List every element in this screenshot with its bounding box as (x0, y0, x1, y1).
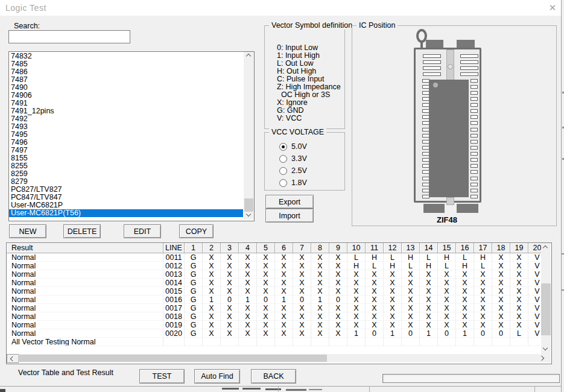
vector-cell: 0 (366, 329, 384, 338)
column-header[interactable]: Result (7, 243, 163, 253)
list-item[interactable]: 74832 (9, 52, 243, 60)
edit-button[interactable]: EDIT (124, 224, 161, 238)
table-row[interactable]: Normal0020GXXXXXXXX101010100LV (7, 329, 541, 338)
pin-slot (460, 60, 478, 64)
scroll-right-icon[interactable] (540, 356, 544, 361)
scrollbar-thumb[interactable] (244, 198, 253, 212)
column-header[interactable]: 11 (366, 243, 384, 253)
list-item[interactable]: 7496 (9, 139, 243, 147)
vector-cell: X (366, 304, 384, 312)
export-button[interactable]: Export (265, 195, 314, 209)
vector-cell: V (528, 329, 541, 338)
column-header[interactable]: 14 (420, 243, 438, 253)
list-item[interactable]: 7491_12pins (9, 107, 243, 115)
vector-cell: X (257, 312, 275, 321)
list-item[interactable]: 8259 (9, 170, 243, 178)
list-item[interactable]: 7497 (9, 147, 243, 154)
line-cell: 0013 (163, 270, 185, 279)
scrollbar-thumb[interactable] (541, 283, 551, 335)
vector-cell: G (185, 279, 203, 287)
list-item[interactable]: 7492 (9, 115, 243, 123)
column-header[interactable]: 20 (528, 243, 541, 253)
radio-icon[interactable] (279, 167, 287, 175)
pin-slot (471, 140, 478, 144)
table-row[interactable]: Normal0018GXXXXXXXXXXXXXXXXXXV (7, 312, 541, 321)
column-header[interactable]: 13 (402, 243, 420, 253)
vcc-voltage-option[interactable]: 2.5V (279, 166, 307, 175)
column-header[interactable]: 16 (456, 243, 474, 253)
list-item[interactable]: 7485 (9, 60, 243, 68)
column-header[interactable]: 15 (438, 243, 456, 253)
vector-cell: X (275, 253, 293, 262)
test-button[interactable]: TEST (139, 369, 185, 384)
radio-icon[interactable] (279, 143, 287, 151)
vector-cell: X (384, 296, 402, 304)
table-row[interactable]: Normal0019GXXXXXXXXXXXXXXXXXXV (7, 321, 541, 329)
vector-cell: V (528, 279, 541, 287)
column-header[interactable]: LINE (163, 243, 185, 253)
delete-button[interactable]: DELETE (63, 224, 101, 238)
column-header[interactable]: 4 (239, 243, 257, 253)
column-header[interactable]: 1 (185, 243, 203, 253)
column-header[interactable]: 3 (221, 243, 239, 253)
radio-icon[interactable] (279, 179, 287, 187)
column-header[interactable]: 6 (275, 243, 293, 253)
back-button[interactable]: BACK (251, 369, 296, 384)
table-row[interactable]: Normal0015GXXXXXXXXXXXXXXXXXXV (7, 287, 541, 296)
table-row[interactable]: Normal0017GXXXXXXXXXXXXXXXXXXV (7, 304, 541, 312)
scroll-up-icon[interactable] (543, 246, 548, 250)
list-item[interactable]: 7490 (9, 84, 243, 92)
radio-icon[interactable] (279, 155, 287, 163)
table-vertical-scrollbar[interactable] (541, 243, 551, 354)
scrollbar-thumb[interactable] (18, 355, 327, 362)
vcc-voltage-option[interactable]: 5.0V (279, 142, 307, 151)
empty-cell (329, 338, 347, 346)
table-horizontal-scrollbar[interactable] (7, 354, 551, 362)
column-header[interactable]: 2 (203, 243, 221, 253)
column-header[interactable]: 17 (474, 243, 492, 253)
list-item[interactable]: 8155 (9, 154, 243, 162)
table-row[interactable]: Normal0013GXXXXXXXXXXXXXXXXXXV (7, 270, 541, 279)
column-header[interactable]: 19 (510, 243, 528, 253)
list-item[interactable]: 7493 (9, 123, 243, 131)
vcc-voltage-option[interactable]: 1.8V (279, 179, 307, 187)
column-header[interactable]: 12 (384, 243, 402, 253)
column-header[interactable]: 8 (311, 243, 329, 253)
table-row[interactable]: Normal0012GXXXXXXXXHLHLHLHLXXV (7, 262, 541, 270)
scroll-up-icon[interactable] (247, 54, 251, 58)
list-item[interactable]: 7487 (9, 76, 243, 84)
scroll-left-button[interactable] (7, 354, 19, 363)
pin-slot (471, 109, 478, 113)
column-header[interactable]: 9 (329, 243, 347, 253)
import-button[interactable]: Import (265, 209, 314, 223)
scroll-down-icon[interactable] (543, 346, 548, 350)
scroll-down-icon[interactable] (247, 212, 251, 217)
copy-button[interactable]: COPY (179, 224, 214, 238)
vector-cell: X (420, 321, 438, 329)
vector-cell: X (347, 270, 366, 279)
close-icon[interactable]: ✕ (546, 2, 559, 14)
background-window-fragment (562, 289, 564, 291)
column-header[interactable]: 10 (347, 243, 366, 253)
list-item[interactable]: 74906 (9, 92, 243, 100)
ic-list-scrollbar[interactable] (244, 52, 254, 220)
table-row[interactable]: Normal0016G10101010XXXXXXXXXXV (7, 296, 541, 304)
vector-cell: X (221, 312, 239, 321)
column-header[interactable]: 5 (257, 243, 275, 253)
list-item[interactable]: 8255 (9, 162, 243, 170)
vector-cell: X (329, 279, 347, 287)
list-item[interactable]: User-MC6821P(T56) (9, 209, 243, 217)
ic-list[interactable]: 7483274857486748774907490674917491_12pin… (8, 51, 255, 221)
table-row[interactable]: Normal0011GXXXXXXXXLHLHLHLHXXV (7, 253, 541, 262)
column-header[interactable]: 7 (293, 243, 311, 253)
auto-find-button[interactable]: Auto Find (194, 369, 240, 384)
vcc-voltage-option[interactable]: 3.3V (279, 154, 307, 163)
new-button[interactable]: NEW (9, 224, 46, 238)
vector-cell: X (347, 304, 366, 312)
list-item[interactable]: 7495 (9, 131, 243, 139)
table-row[interactable]: Normal0014GXXXXXXXXXXXXXXXXXXV (7, 279, 541, 287)
column-header[interactable]: 18 (492, 243, 510, 253)
vector-cell: X (384, 312, 402, 321)
list-item[interactable]: 7486 (9, 68, 243, 76)
search-input[interactable] (8, 30, 130, 43)
